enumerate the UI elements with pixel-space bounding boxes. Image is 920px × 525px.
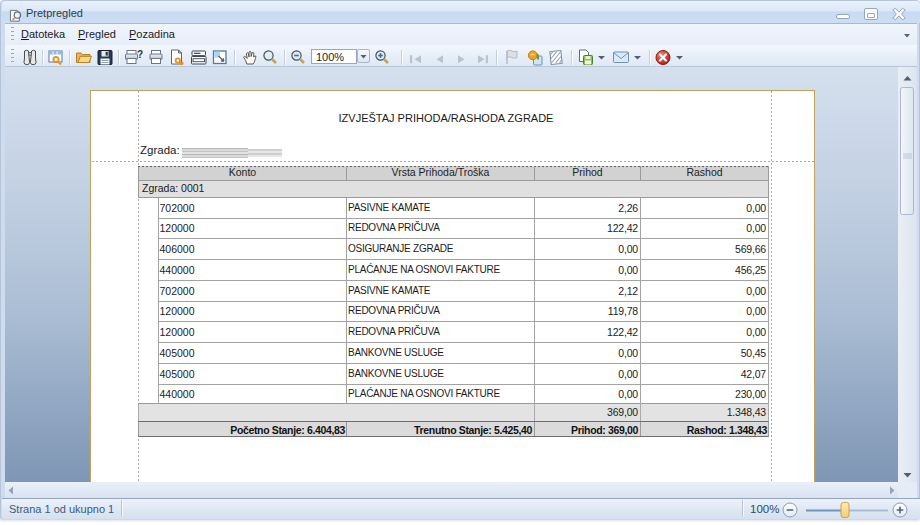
svg-text:?: ? xyxy=(137,49,143,60)
